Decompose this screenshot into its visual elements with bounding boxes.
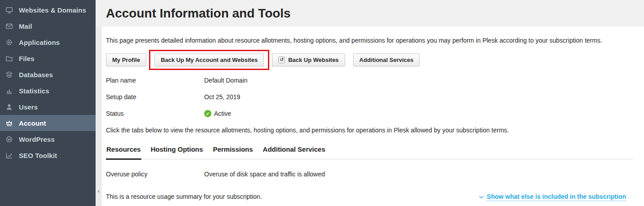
- tab-hosting-options[interactable]: Hosting Options: [150, 145, 204, 160]
- account-info-list: Plan name Default Domain Setup date Oct …: [106, 77, 633, 117]
- sidebar-item-label: Databases: [19, 71, 53, 79]
- sidebar-item-seo-toolkit[interactable]: SEO Toolkit: [0, 147, 96, 163]
- red-annotation-box: Back Up My Account and Websites: [149, 50, 269, 70]
- sidebar-item-wordpress[interactable]: WordPress: [0, 131, 96, 147]
- backup-restore-icon: ↺: [278, 57, 285, 63]
- collapse-sidebar-button[interactable]: ‹: [96, 187, 102, 195]
- sidebar: Websites & Domains Mail Applications Fil…: [0, 0, 96, 206]
- sidebar-item-label: Users: [19, 103, 38, 111]
- backup-websites-label: Back Up Websites: [288, 57, 338, 63]
- sidebar-item-applications[interactable]: Applications: [0, 34, 96, 50]
- sidebar-item-label: Applications: [19, 39, 60, 46]
- overuse-policy-row: Overuse policy Overuse of disk space and…: [106, 171, 633, 178]
- backup-websites-button[interactable]: ↺ Back Up Websites: [272, 53, 345, 66]
- title-band: Account Information and Tools: [96, 0, 644, 26]
- bar-chart-icon: [5, 87, 13, 95]
- sidebar-item-label: WordPress: [19, 136, 55, 143]
- tabs-hint-text: Click the tabs below to view the resourc…: [106, 127, 633, 134]
- sidebar-item-label: Account: [19, 119, 46, 127]
- additional-services-button[interactable]: Additional Services: [353, 53, 420, 66]
- toolbar: My Profile Back Up My Account and Websit…: [106, 53, 633, 66]
- page-title: Account Information and Tools: [106, 6, 291, 21]
- plan-name-value: Default Domain: [204, 77, 248, 84]
- status-active-check-icon: ✓: [204, 110, 211, 117]
- sidebar-item-label: Websites & Domains: [19, 6, 86, 14]
- seo-chart-icon: [5, 151, 13, 159]
- resource-summary-text: This is a resource usage summary for you…: [106, 193, 262, 200]
- main-content: Account Information and Tools ‹ This pag…: [96, 0, 644, 206]
- setup-date-row: Setup date Oct 25, 2019: [106, 93, 633, 101]
- monitor-icon: [5, 6, 13, 14]
- folder-icon: [5, 54, 13, 62]
- plan-name-row: Plan name Default Domain: [106, 77, 633, 84]
- sidebar-item-label: Statistics: [19, 87, 49, 95]
- setup-date-label: Setup date: [106, 93, 204, 101]
- tab-permissions[interactable]: Permissions: [212, 145, 253, 160]
- status-label: Status: [106, 110, 204, 117]
- layers-icon: [5, 70, 13, 79]
- crown-icon: [5, 119, 13, 127]
- backup-account-websites-button[interactable]: Back Up My Account and Websites: [154, 53, 264, 66]
- gear-icon: [5, 38, 13, 46]
- chevron-down-icon: [479, 195, 484, 199]
- sidebar-item-label: Files: [19, 55, 35, 62]
- subscription-tabs: Resources Hosting Options Permissions Ad…: [106, 145, 633, 159]
- overuse-policy-value: Overuse of disk space and traffic is all…: [204, 171, 325, 178]
- setup-date-value: Oct 25, 2019: [204, 93, 240, 101]
- plan-name-label: Plan name: [106, 77, 204, 84]
- tab-additional-services[interactable]: Additional Services: [263, 145, 326, 160]
- show-subscription-link[interactable]: Show what else is included in the subscr…: [479, 193, 626, 201]
- wordpress-icon: [5, 135, 13, 143]
- sidebar-item-label: Mail: [19, 22, 32, 30]
- sidebar-item-users[interactable]: Users: [0, 99, 96, 115]
- tab-resources[interactable]: Resources: [106, 145, 141, 160]
- sidebar-item-files[interactable]: Files: [0, 50, 96, 66]
- mail-icon: [5, 22, 13, 30]
- sidebar-collapse-strip: ‹: [96, 26, 102, 206]
- status-value: ✓ Active: [204, 110, 231, 117]
- resource-summary-row: This is a resource usage summary for you…: [106, 193, 633, 201]
- sidebar-item-account[interactable]: Account: [0, 115, 96, 131]
- sidebar-item-websites-domains[interactable]: Websites & Domains: [0, 2, 96, 18]
- page-description: This page presents detailed information …: [106, 37, 633, 44]
- sidebar-item-mail[interactable]: Mail: [0, 18, 96, 34]
- sidebar-item-label: SEO Toolkit: [19, 152, 57, 159]
- sidebar-item-statistics[interactable]: Statistics: [0, 83, 96, 99]
- sidebar-item-databases[interactable]: Databases: [0, 66, 96, 83]
- show-subscription-link-label: Show what else is included in the subscr…: [487, 193, 626, 201]
- my-profile-button[interactable]: My Profile: [106, 53, 146, 66]
- user-icon: [5, 103, 13, 111]
- overuse-policy-label: Overuse policy: [106, 171, 204, 178]
- status-row: Status ✓ Active: [106, 110, 633, 117]
- status-badge: Active: [214, 110, 231, 117]
